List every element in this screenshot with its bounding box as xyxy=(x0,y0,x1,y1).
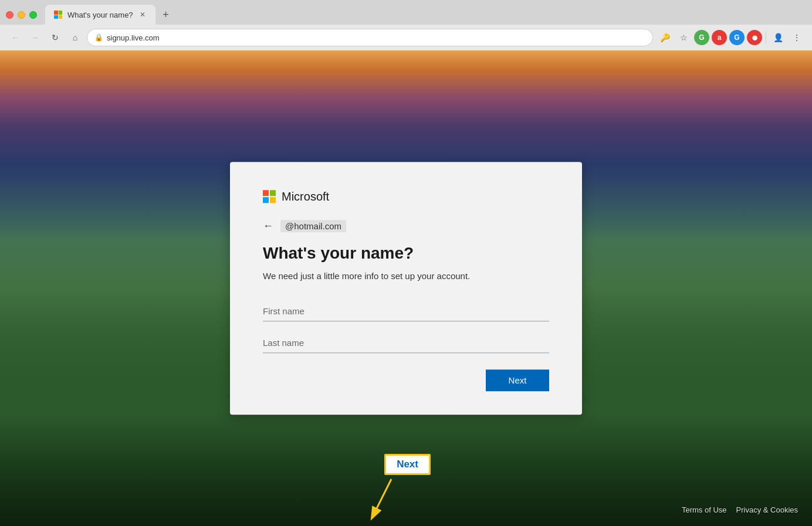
account-icon[interactable]: 👤 xyxy=(770,29,786,46)
minimize-button[interactable] xyxy=(18,11,25,19)
traffic-lights xyxy=(6,11,37,19)
nav-actions: 🔑 ☆ G a G ⬤ 👤 ⋮ xyxy=(657,29,805,46)
back-button[interactable]: ← xyxy=(7,29,23,46)
actions-row: Next xyxy=(263,369,549,391)
close-button[interactable] xyxy=(6,11,13,19)
maximize-button[interactable] xyxy=(29,11,37,19)
active-tab[interactable]: What's your name? ✕ xyxy=(45,5,155,25)
browser-chrome: What's your name? ✕ + ← → ↻ ⌂ 🔒 signup.l… xyxy=(0,0,812,50)
privacy-cookies-link[interactable]: Privacy & Cookies xyxy=(736,505,798,514)
tab-favicon xyxy=(53,10,63,19)
key-icon[interactable]: 🔑 xyxy=(657,29,673,46)
back-arrow-button[interactable]: ← xyxy=(263,220,273,232)
address-bar[interactable]: 🔒 signup.live.com xyxy=(87,29,653,46)
microsoft-logo-text: Microsoft xyxy=(282,190,329,203)
profile-g2-button[interactable]: G xyxy=(729,30,745,45)
footer-links: Terms of Use Privacy & Cookies xyxy=(682,505,798,514)
tab-title: What's your name? xyxy=(67,11,133,19)
subtitle-text: We need just a little more info to set u… xyxy=(263,270,549,283)
bookmark-icon[interactable]: ☆ xyxy=(675,29,692,46)
url-display: signup.live.com xyxy=(107,33,160,42)
refresh-button[interactable]: ↻ xyxy=(47,29,63,46)
next-button[interactable]: Next xyxy=(486,369,549,391)
profile-dot-button[interactable]: ⬤ xyxy=(747,30,762,45)
tab-close-button[interactable]: ✕ xyxy=(138,10,147,19)
nav-divider xyxy=(766,32,766,43)
first-name-group xyxy=(263,301,549,321)
last-name-input[interactable] xyxy=(263,333,549,353)
page-title: What's your name? xyxy=(263,244,549,263)
microsoft-logo-icon xyxy=(263,190,276,203)
microsoft-favicon-icon xyxy=(54,11,62,19)
lock-icon: 🔒 xyxy=(94,33,103,42)
email-row: ← @hotmail.com xyxy=(263,220,549,232)
profile-a-button[interactable]: a xyxy=(712,30,727,45)
profile-g-button[interactable]: G xyxy=(694,30,709,45)
email-display: @hotmail.com xyxy=(280,220,346,232)
microsoft-logo: Microsoft xyxy=(263,190,549,203)
first-name-input[interactable] xyxy=(263,301,549,321)
home-button[interactable]: ⌂ xyxy=(67,29,83,46)
terms-of-use-link[interactable]: Terms of Use xyxy=(682,505,727,514)
new-tab-button[interactable]: + xyxy=(158,6,174,23)
nav-bar: ← → ↻ ⌂ 🔒 signup.live.com 🔑 ☆ G a G ⬤ 👤 … xyxy=(0,25,812,50)
tab-bar: What's your name? ✕ + xyxy=(0,0,812,25)
forward-button[interactable]: → xyxy=(27,29,43,46)
signup-modal: Microsoft ← @hotmail.com What's your nam… xyxy=(230,162,582,415)
last-name-group xyxy=(263,333,549,353)
more-options-icon[interactable]: ⋮ xyxy=(789,29,805,46)
